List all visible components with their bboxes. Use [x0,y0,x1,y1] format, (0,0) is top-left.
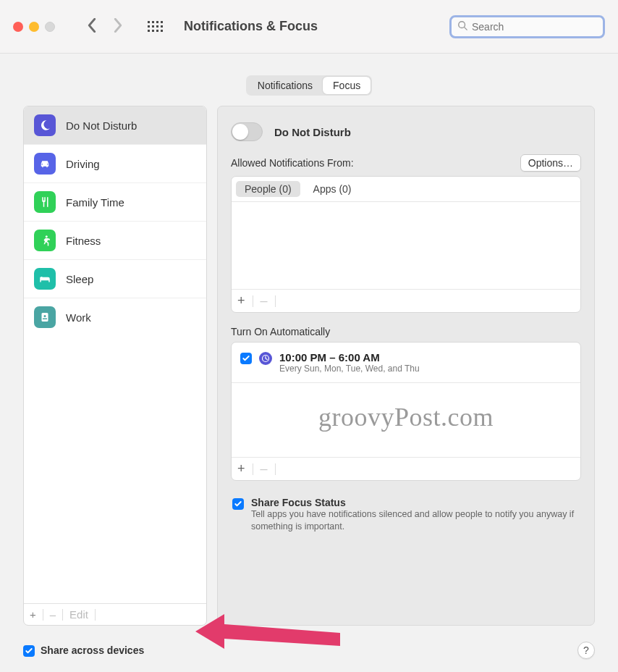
schedule-checkbox[interactable] [240,353,252,364]
segmented-bar: Notifications Focus [0,54,618,106]
share-focus-status-row: Share Focus Status Tell apps you have no… [231,494,581,533]
edit-focus-button[interactable]: Edit [69,608,88,621]
add-schedule-button[interactable]: + [237,461,245,476]
share-across-devices-checkbox[interactable] [23,645,35,657]
divider [95,609,96,621]
allowed-label: Allowed Notifications From: [231,157,354,169]
share-focus-status-text: Share Focus Status Tell apps you have no… [251,497,580,533]
allowed-body [232,202,580,289]
share-focus-status-desc: Tell apps you have notifications silence… [251,508,580,533]
segmented-control: Notifications Focus [246,75,372,96]
nav-arrows [87,18,123,35]
sidebar-item-work[interactable]: Work [24,298,206,336]
options-button[interactable]: Options… [520,154,581,172]
divider [253,463,253,475]
divider [62,609,63,621]
allowed-card: People (0) Apps (0) + – [231,176,581,313]
sidebar-item-do-not-disturb[interactable]: Do Not Disturb [24,106,206,144]
schedule-days: Every Sun, Mon, Tue, Wed, and Thu [279,364,420,374]
svg-line-1 [465,28,467,30]
svg-point-4 [44,315,46,317]
sidebar-footer: + – Edit [24,603,206,625]
sidebar-item-sleep[interactable]: Sleep [24,259,206,298]
schedule-time: 10:00 PM – 6:00 AM [279,351,420,364]
remove-schedule-button[interactable]: – [261,461,268,476]
auto-label: Turn On Automatically [231,326,581,337]
sidebar-item-label: Driving [66,158,100,170]
help-button[interactable]: ? [577,642,595,659]
search-input[interactable] [472,21,597,33]
tab-focus[interactable]: Focus [323,77,371,94]
back-button[interactable] [87,18,97,35]
show-all-prefs-button[interactable] [148,21,164,33]
sidebar-item-label: Work [66,311,91,324]
share-across-devices-label: Share across devices [41,644,144,656]
divider [253,295,253,307]
search-field[interactable] [449,15,605,38]
allowed-section: Allowed Notifications From: Options… Peo… [231,154,581,313]
runner-icon [34,230,56,251]
svg-point-2 [46,235,48,238]
auto-section: Turn On Automatically 10:00 PM – 6:00 AM… [231,326,581,481]
remove-allowed-button[interactable]: – [261,293,268,308]
share-across-devices-row: Share across devices [23,644,144,657]
watermark-text: groovyPost.com [232,383,580,457]
apps-tab[interactable]: Apps (0) [305,181,360,197]
focus-list: Do Not Disturb Driving Family Time [24,106,206,603]
focus-toggle-label: Do Not Disturb [274,126,351,138]
divider [275,463,276,475]
minimize-window-button[interactable] [29,22,39,32]
divider [275,295,276,307]
fullscreen-window-button[interactable] [45,22,55,32]
bed-icon [34,268,56,290]
search-icon [457,20,467,33]
add-focus-button[interactable]: + [30,608,36,621]
moon-icon [34,114,56,136]
schedule-row[interactable]: 10:00 PM – 6:00 AM Every Sun, Mon, Tue, … [232,343,580,383]
sidebar-item-fitness[interactable]: Fitness [24,221,206,259]
share-focus-status-checkbox[interactable] [232,498,244,510]
forward-button[interactable] [113,18,123,35]
sidebar-item-label: Sleep [66,273,93,285]
badge-icon [34,306,56,328]
system-preferences-window: Notifications & Focus Notifications Focu… [0,0,618,672]
pane-title: Notifications & Focus [184,19,441,34]
sidebar-item-label: Family Time [66,196,124,209]
schedule-text: 10:00 PM – 6:00 AM Every Sun, Mon, Tue, … [279,351,420,374]
share-focus-status-heading: Share Focus Status [251,497,580,508]
focus-sidebar: Do Not Disturb Driving Family Time [23,106,207,626]
auto-footer: + – [232,457,580,480]
add-allowed-button[interactable]: + [237,293,245,308]
sidebar-item-family-time[interactable]: Family Time [24,182,206,221]
allowed-tabs: People (0) Apps (0) [232,177,580,202]
svg-rect-5 [43,319,47,320]
sidebar-item-driving[interactable]: Driving [24,144,206,182]
footer-row: Share across devices ? [0,642,618,672]
sidebar-item-label: Fitness [66,235,101,247]
tab-notifications[interactable]: Notifications [247,77,323,94]
remove-focus-button[interactable]: – [50,608,56,621]
sidebar-item-label: Do Not Disturb [66,119,137,132]
focus-toggle-row: Do Not Disturb [231,122,581,141]
focus-toggle-switch[interactable] [231,122,263,141]
content-area: Do Not Disturb Driving Family Time [0,106,618,642]
fork-knife-icon [34,191,56,213]
allowed-section-head: Allowed Notifications From: Options… [231,154,581,172]
detail-pane: Do Not Disturb Allowed Notifications Fro… [217,106,595,626]
auto-card: 10:00 PM – 6:00 AM Every Sun, Mon, Tue, … [231,342,581,481]
allowed-footer: + – [232,289,580,312]
window-controls [13,22,55,32]
clock-icon [259,352,272,365]
car-icon [34,153,56,175]
divider [43,609,43,621]
close-window-button[interactable] [13,22,23,32]
toolbar: Notifications & Focus [0,0,618,54]
people-tab[interactable]: People (0) [236,181,300,197]
